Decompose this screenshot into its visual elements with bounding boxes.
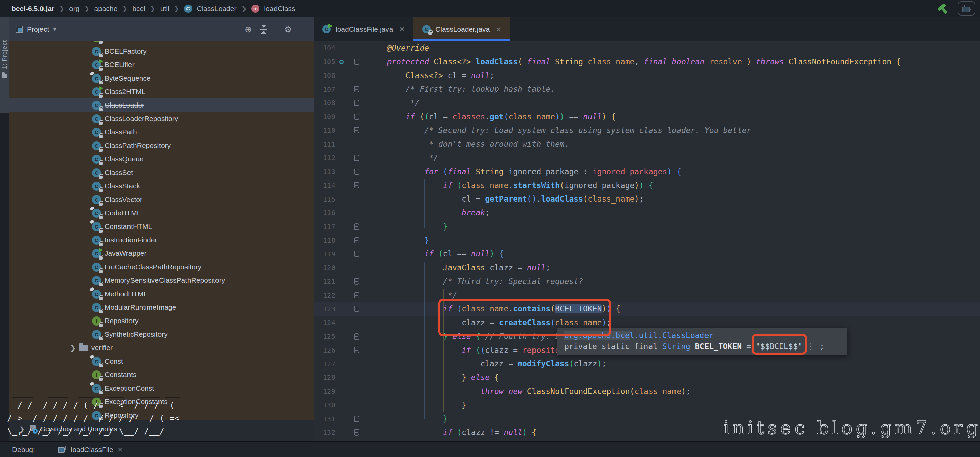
tree-item-repository[interactable]: IRepository <box>10 314 313 328</box>
locate-icon[interactable]: ⊕ <box>245 25 252 34</box>
tree-item-bcelcomparator[interactable]: IBCELComparator <box>10 41 313 44</box>
tree-item-syntheticrepository[interactable]: CSyntheticRepository <box>10 328 313 341</box>
line-number[interactable]: 126 <box>313 346 337 354</box>
chevron-right-icon[interactable]: ❯ <box>68 344 77 352</box>
tree-item-classstack[interactable]: CClassStack <box>10 179 313 193</box>
fold-marker-icon[interactable] <box>354 224 360 230</box>
line-number[interactable]: 104 <box>313 44 337 52</box>
fold-marker-icon[interactable] <box>354 237 360 243</box>
line-number[interactable]: 120 <box>313 263 337 271</box>
code-line-108[interactable]: 108 */ <box>313 96 980 110</box>
code-line-121[interactable]: 121 /* Third try: Special request? <box>313 275 980 289</box>
code-line-116[interactable]: 116 break; <box>313 206 980 220</box>
project-tool-button[interactable]: 1: Project <box>0 17 10 113</box>
hide-panel-icon[interactable]: — <box>300 25 309 34</box>
line-number[interactable]: 110 <box>313 126 337 135</box>
tree-item-classvector[interactable]: CClassVector <box>10 193 313 206</box>
line-number[interactable]: 108 <box>313 99 337 107</box>
line-number[interactable]: 130 <box>313 401 337 409</box>
code-line-113[interactable]: 113 for (final String ignored_package : … <box>313 165 980 179</box>
tree-item-codehtml[interactable]: CCodeHTML <box>10 206 313 220</box>
code-line-111[interactable]: 111 * don't mess around with them. <box>313 137 980 151</box>
code-line-118[interactable]: 118 } <box>313 233 980 248</box>
tree-item-bytesequence[interactable]: CByteSequence <box>10 71 313 85</box>
line-number[interactable]: 132 <box>313 428 337 436</box>
fold-marker-icon[interactable] <box>354 251 360 257</box>
fold-marker-icon[interactable] <box>354 86 360 92</box>
line-number[interactable]: 115 <box>313 195 337 203</box>
build-hammer-icon[interactable] <box>935 2 951 17</box>
tree-item-methodhtml[interactable]: CMethodHTML <box>10 287 313 301</box>
tree-item-lrucacheclasspathrepository[interactable]: CLruCacheClassPathRepository <box>10 260 313 274</box>
tab-loadclassfile-java[interactable]: CloadClassFile.java✕ <box>313 17 414 41</box>
code-line-110[interactable]: 110 /* Second try: Load system class usi… <box>313 124 980 138</box>
tree-item-classqueue[interactable]: CClassQueue <box>10 152 313 166</box>
breadcrumb-item[interactable]: apache <box>94 5 117 13</box>
breadcrumb-item[interactable]: bcel-6.5.0.jar <box>11 5 54 13</box>
fold-marker-icon[interactable] <box>354 333 360 340</box>
tree-item-bcelfactory[interactable]: CBCELFactory <box>10 44 313 58</box>
tree-item-const[interactable]: CConst <box>10 355 313 368</box>
breadcrumb-item[interactable]: loadClass <box>264 5 295 13</box>
breadcrumb-item[interactable]: ClassLoader <box>197 5 237 13</box>
code-line-130[interactable]: 130 } <box>313 398 980 412</box>
code-line-106[interactable]: 106 Class<?> cl = null; <box>313 69 980 83</box>
code-line-129[interactable]: 129 throw new ClassNotFoundException(cla… <box>313 384 980 398</box>
line-number[interactable]: 107 <box>313 85 337 94</box>
fold-marker-icon[interactable] <box>354 100 360 106</box>
line-number[interactable]: 116 <box>313 209 337 217</box>
line-number[interactable]: 127 <box>313 360 337 368</box>
code-editor[interactable]: 104 @Override105↑ protected Class<?> loa… <box>313 41 980 441</box>
fold-marker-icon[interactable] <box>354 114 360 120</box>
tree-item-constants[interactable]: IConstants <box>10 368 313 381</box>
close-icon[interactable]: ✕ <box>117 446 123 454</box>
line-number[interactable]: 112 <box>313 154 337 162</box>
tree-item-instructionfinder[interactable]: CInstructionFinder <box>10 233 313 247</box>
line-number[interactable]: 125 <box>313 332 337 340</box>
fold-marker-icon[interactable] <box>354 168 360 175</box>
tab-classloader-java[interactable]: CClassLoader.java✕ <box>414 17 510 41</box>
code-line-105[interactable]: 105↑ protected Class<?> loadClass( final… <box>313 55 980 69</box>
fold-marker-icon[interactable] <box>354 416 360 422</box>
close-icon[interactable]: ✕ <box>399 25 405 33</box>
line-number[interactable]: 111 <box>313 140 337 148</box>
tree-item-memorysensitiveclasspathrepository[interactable]: CMemorySensitiveClassPathRepository <box>10 274 313 287</box>
line-number[interactable]: 113 <box>313 168 337 176</box>
code-line-115[interactable]: 115 cl = getParent().loadClass(class_nam… <box>313 192 980 206</box>
tree-item-classloader[interactable]: CClassLoader <box>10 98 313 112</box>
fold-marker-icon[interactable] <box>354 278 360 285</box>
breadcrumb-item[interactable]: bcel <box>132 5 145 13</box>
code-line-107[interactable]: 107 /* First try: lookup hash table. <box>313 82 980 96</box>
line-number[interactable]: 119 <box>313 250 337 258</box>
tree-item-classpath[interactable]: CClassPath <box>10 125 313 139</box>
chevron-down-icon[interactable]: ▼ <box>52 27 57 32</box>
line-number[interactable]: 129 <box>313 387 337 395</box>
fold-marker-icon[interactable] <box>354 155 360 161</box>
line-number[interactable]: 124 <box>313 319 337 327</box>
line-number[interactable]: 109 <box>313 113 337 121</box>
project-panel-title[interactable]: Project <box>27 25 49 33</box>
code-line-128[interactable]: 128 } else { <box>313 371 980 384</box>
line-number[interactable]: 118 <box>313 236 337 244</box>
code-line-123[interactable]: 123 if (class_name.contains(BCEL_TOKEN))… <box>313 302 980 316</box>
tree-item-bcelifier[interactable]: CBCELifier <box>10 58 313 71</box>
collapse-all-icon[interactable] <box>260 25 267 34</box>
tree-item-verifier[interactable]: ❯verifier <box>10 341 313 355</box>
line-number[interactable]: 122 <box>313 291 337 299</box>
code-line-117[interactable]: 117 } <box>313 220 980 233</box>
line-number[interactable]: 106 <box>313 71 337 79</box>
line-number[interactable]: 121 <box>313 278 337 286</box>
code-line-119[interactable]: 119 if (cl == null) { <box>313 247 980 261</box>
breadcrumb-item[interactable]: util <box>160 5 169 13</box>
tree-item-classloaderrepository[interactable]: CClassLoaderRepository <box>10 112 313 125</box>
fold-marker-icon[interactable] <box>354 347 360 353</box>
code-line-127[interactable]: 127 clazz = modifyClass(clazz); <box>313 357 980 371</box>
line-number[interactable]: 128 <box>313 373 337 381</box>
debug-session-tab[interactable]: loadClassFile ✕ <box>58 446 123 454</box>
line-number[interactable]: 114 <box>313 181 337 189</box>
line-number[interactable]: 117 <box>313 222 337 230</box>
line-number[interactable]: 105 <box>313 58 337 66</box>
tree-item-javawrapper[interactable]: CJavaWrapper <box>10 247 313 260</box>
tree-item-classpathrepository[interactable]: CClassPathRepository <box>10 139 313 152</box>
breadcrumb-item[interactable]: org <box>69 5 79 13</box>
